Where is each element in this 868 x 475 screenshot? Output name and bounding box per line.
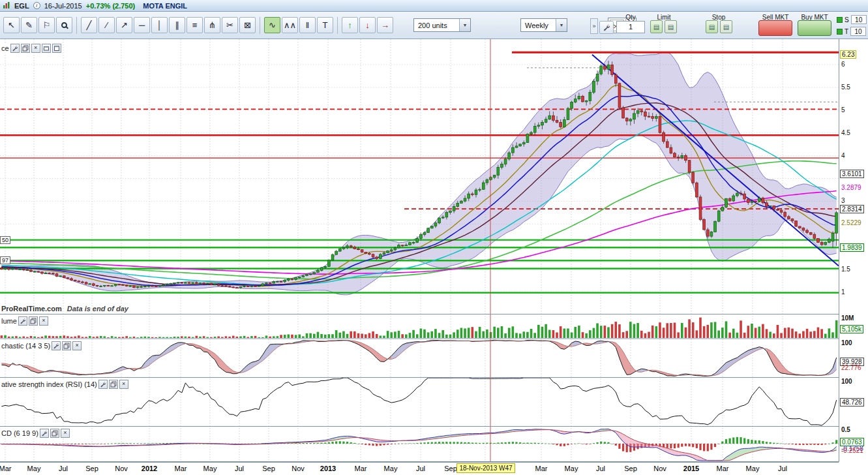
- pencil-tool[interactable]: ✎: [21, 17, 37, 33]
- up-arrow-tool[interactable]: ↑: [342, 17, 358, 33]
- close-button[interactable]: ×: [72, 341, 82, 350]
- zigzag-chart-mode[interactable]: ∧∧: [282, 17, 298, 33]
- instrument-name: MOTA ENGIL: [143, 2, 187, 10]
- stop-sell-button[interactable]: ▤: [720, 20, 732, 33]
- alarm-tool[interactable]: ⚐: [38, 17, 55, 33]
- segment-tool[interactable]: ∕: [98, 17, 115, 33]
- x-axis-label: May: [746, 465, 760, 472]
- zoom-tool[interactable]: [56, 17, 72, 33]
- close-button[interactable]: ×: [119, 380, 128, 389]
- pointer-tool[interactable]: ↖: [3, 17, 20, 33]
- time-axis[interactable]: MarMayJulSepNov2012MarMayJulSepNov2013Ma…: [0, 462, 839, 475]
- close-button[interactable]: ×: [31, 44, 40, 53]
- line-chart-mode[interactable]: ∿: [264, 17, 280, 33]
- stochastic-axis-label: 22.776: [841, 364, 861, 371]
- qty-input[interactable]: 1: [616, 21, 645, 33]
- limit-sell-button[interactable]: ▤: [665, 20, 677, 33]
- price-axis-label: 5.5: [841, 84, 850, 91]
- title-bar: EGL i 16-Jul-2015 +0.73% (2.750) MOTA EN…: [0, 0, 868, 12]
- price-axis-label: 1: [841, 288, 845, 296]
- volume-panel-title: lume: [1, 317, 17, 325]
- fibonacci-tool[interactable]: ≡: [187, 17, 203, 33]
- macd-panel-header: CD (6 19 9) ×: [0, 428, 71, 438]
- chevron-down-icon[interactable]: ▼: [459, 19, 470, 31]
- x-axis-label: Jul: [416, 465, 425, 472]
- settings-button[interactable]: [10, 44, 20, 53]
- price-axis-label: 1.9839: [840, 243, 864, 252]
- level-value-label: 97: [0, 256, 10, 264]
- app-icon: [3, 1, 10, 10]
- scissors-tool[interactable]: ✂: [222, 17, 238, 33]
- maximize-button[interactable]: [52, 44, 61, 53]
- collapse-panel-button[interactable]: »: [590, 18, 598, 34]
- x-axis-label: Sep: [444, 465, 457, 472]
- vline-tool[interactable]: │: [151, 17, 168, 33]
- x-axis-label: Mar: [535, 465, 548, 472]
- right-arrow-tool[interactable]: →: [377, 17, 393, 33]
- maximize-icon: [53, 45, 60, 52]
- x-axis-label: Nov: [653, 465, 666, 472]
- stop-indicator-icon[interactable]: [837, 17, 843, 23]
- ray-tool[interactable]: ↗: [116, 17, 132, 33]
- trendline-tool[interactable]: ╱: [81, 17, 97, 33]
- info-icon[interactable]: i: [33, 2, 40, 9]
- duplicate-button[interactable]: [29, 316, 38, 326]
- price-panel-header: ce ×: [0, 43, 63, 53]
- price-panel-title: ce: [1, 44, 9, 52]
- timeframe-select[interactable]: Weekly ▼: [520, 18, 567, 32]
- t-value-input[interactable]: 10: [850, 27, 866, 36]
- copy-icon: [52, 430, 58, 437]
- parallel-lines-tool[interactable]: ∥: [169, 17, 185, 33]
- x-axis-label: Nov: [115, 465, 128, 472]
- restore-button[interactable]: [42, 44, 51, 53]
- chevron-down-icon[interactable]: ▼: [556, 19, 567, 31]
- price-axis[interactable]: 6.2365.554.543.61013.287932.83142.522921…: [839, 39, 868, 462]
- sell-mkt-button[interactable]: [758, 20, 792, 36]
- delete-tool[interactable]: ⊠: [239, 17, 256, 33]
- duplicate-button[interactable]: [50, 429, 59, 438]
- x-axis-label: Mar: [717, 465, 729, 472]
- bar-chart-mode[interactable]: ‖: [299, 17, 316, 33]
- close-icon: ×: [63, 430, 67, 436]
- settings-button[interactable]: [52, 341, 61, 350]
- toolbar-separator: [260, 17, 260, 34]
- settings-button[interactable]: [18, 316, 27, 326]
- duplicate-button[interactable]: [109, 380, 118, 389]
- hline-tool[interactable]: ─: [134, 17, 150, 33]
- units-select[interactable]: 200 units ▼: [413, 18, 471, 32]
- settings-button[interactable]: [40, 429, 49, 438]
- x-axis-label: Jul: [778, 465, 787, 472]
- stochastic-axis-label: 100: [841, 339, 852, 346]
- restore-icon: [43, 45, 50, 52]
- price-axis-label: 2.5229: [841, 219, 861, 226]
- watermark: ProRealTime.comData is end of day: [1, 305, 128, 313]
- settings-button[interactable]: [98, 380, 108, 389]
- pitchfork-tool[interactable]: ⋔: [204, 17, 220, 33]
- order-settings-button[interactable]: [599, 21, 614, 34]
- stop-buy-button[interactable]: ▤: [706, 20, 718, 33]
- close-button[interactable]: ×: [61, 429, 70, 438]
- price-axis-label: 1.5: [841, 266, 850, 273]
- close-button[interactable]: ×: [39, 316, 48, 326]
- text-tool[interactable]: T: [317, 17, 333, 33]
- toolbar-separator: [337, 17, 338, 34]
- target-indicator-icon[interactable]: [837, 29, 843, 35]
- buy-mkt-button[interactable]: [798, 20, 831, 36]
- limit-buy-button[interactable]: ▤: [650, 20, 663, 33]
- x-axis-label: Mar: [0, 465, 11, 472]
- duplicate-button[interactable]: [62, 341, 71, 350]
- timeframe-value: Weekly: [525, 22, 552, 29]
- volume-axis-label: 5,105k: [840, 325, 863, 333]
- s-value-input[interactable]: 10: [851, 15, 867, 24]
- x-axis-label: Mar: [355, 465, 367, 472]
- price-axis-label: 2.8314: [840, 205, 864, 213]
- x-axis-label: 2015: [683, 465, 699, 472]
- x-axis-label: Mar: [175, 465, 187, 472]
- down-arrow-tool[interactable]: ↓: [359, 17, 376, 33]
- duplicate-button[interactable]: [21, 44, 30, 53]
- chart-canvas[interactable]: [0, 39, 839, 462]
- stochastic-panel-header: chastic (14 3 5) ×: [0, 341, 83, 350]
- price-axis-label: 3.6101: [840, 170, 864, 178]
- wrench-icon: [12, 45, 18, 52]
- close-icon: ×: [34, 45, 37, 51]
